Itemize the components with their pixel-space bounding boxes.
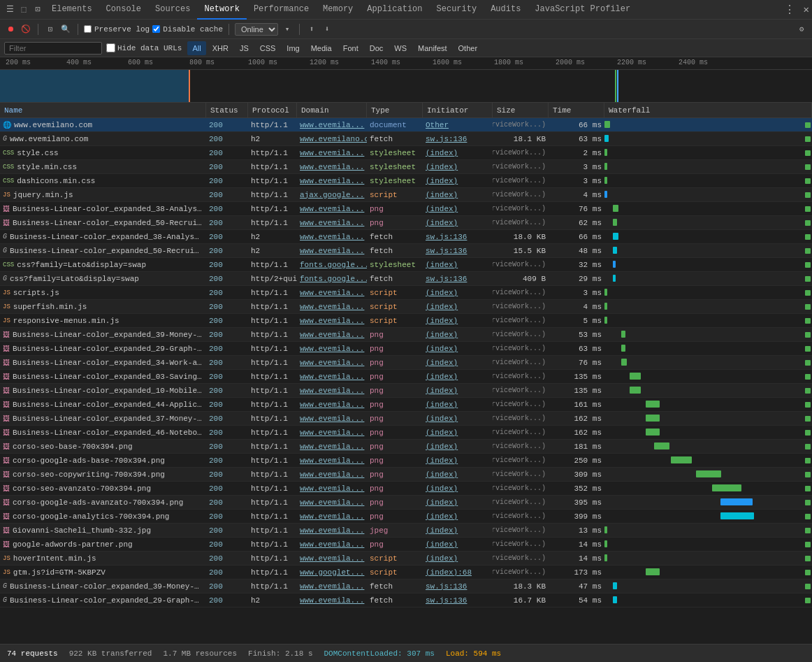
initiator-cell[interactable]: sw.js:136 [423,230,493,243]
search-icon[interactable]: 🔍 [59,23,72,36]
settings-icon[interactable]: ⚙ [795,23,808,36]
domain-cell[interactable]: www.evemila... [297,300,367,313]
initiator-cell[interactable]: (index) [423,482,493,495]
initiator-cell[interactable]: (index) [423,510,493,523]
initiator-cell[interactable]: (index) [423,398,493,411]
table-row[interactable]: 🖼 Business-Linear-color_expanded_44-Appl… [0,398,812,412]
inspect-icon[interactable]: ⬚ [18,4,29,15]
table-row[interactable]: 🖼 corso-seo-base-700x394.png 200 http/1.… [0,440,812,454]
domain-cell[interactable]: www.evemila... [297,510,367,523]
domain-cell[interactable]: www.evemila... [297,370,367,383]
filter-img-btn[interactable]: Img [282,41,304,55]
table-row[interactable]: 🖼 Business-Linear-color_expanded_37-Mone… [0,412,812,426]
tab-application[interactable]: Application [360,0,429,20]
table-row[interactable]: JS gtm.js?id=GTM-5KBPZV 200 http/1.1 www… [0,566,812,580]
table-row[interactable]: G Business-Linear-color_expanded_39-Mone… [0,580,812,593]
table-row[interactable]: 🖼 Giovanni-Sacheli_thumb-332.jpg 200 htt… [0,524,812,538]
device-icon[interactable]: ⊡ [32,4,43,15]
filter-input[interactable] [4,42,102,55]
domain-cell[interactable]: www.evemila... [297,524,367,537]
tab-js-profiler[interactable]: JavaScript Profiler [528,0,637,20]
table-row[interactable]: CSS dashicons.min.css 200 http/1.1 www.e… [0,174,812,188]
initiator-cell[interactable]: (index) [423,342,493,355]
domain-cell[interactable]: www.evemila... [297,146,367,159]
domain-cell[interactable]: www.evemila... [297,580,367,593]
initiator-cell[interactable]: (index) [423,258,493,271]
initiator-cell[interactable]: (index) [423,160,493,173]
domain-cell[interactable]: www.evemila... [297,314,367,327]
filter-css-btn[interactable]: CSS [255,41,281,55]
initiator-cell[interactable]: (index) [423,328,493,341]
close-icon[interactable]: ✕ [804,3,809,15]
table-row[interactable]: JS responsive-menus.min.js 200 http/1.1 … [0,314,812,328]
throttle-down-icon[interactable]: ▾ [281,23,293,36]
domain-cell[interactable]: www.evemila... [297,440,367,453]
table-row[interactable]: 🖼 Business-Linear-color_expanded_34-Work… [0,356,812,370]
initiator-cell[interactable]: (index) [423,412,493,425]
initiator-cell[interactable]: sw.js:136 [423,580,493,593]
th-domain[interactable]: Domain [297,103,367,117]
tab-performance[interactable]: Performance [247,0,316,20]
tab-sources[interactable]: Sources [148,0,197,20]
preserve-log-checkbox[interactable] [84,25,92,33]
table-row[interactable]: 🌐 www.evemilano.com 200 http/1.1 www.eve… [0,118,812,132]
domain-cell[interactable]: www.evemila... [297,342,367,355]
table-row[interactable]: CSS style.min.css 200 http/1.1 www.evemi… [0,160,812,174]
initiator-cell[interactable]: (index) [423,356,493,369]
domain-cell[interactable]: www.evemila... [297,538,367,551]
tab-memory[interactable]: Memory [316,0,360,20]
domain-cell[interactable]: www.evemila... [297,286,367,299]
th-initiator[interactable]: Initiator [423,103,493,117]
domain-cell[interactable]: fonts.google... [297,258,367,271]
initiator-cell[interactable]: sw.js:136 [423,244,493,257]
initiator-cell[interactable]: (index) [423,538,493,551]
domain-cell[interactable]: www.evemila... [297,202,367,215]
th-waterfall[interactable]: Waterfall [604,103,812,117]
tab-console[interactable]: Console [99,0,148,20]
table-row[interactable]: G Business-Linear-color_expanded_50-Recr… [0,244,812,258]
table-row[interactable]: CSS style.css 200 http/1.1 www.evemila..… [0,146,812,160]
th-name[interactable]: Name [0,103,206,117]
initiator-cell[interactable]: (index) [423,300,493,313]
initiator-cell[interactable]: sw.js:136 [423,272,493,285]
domain-cell[interactable]: www.evemila... [297,468,367,481]
record-button[interactable]: ⏺ [4,23,17,36]
table-row[interactable]: 🖼 corso-seo-copywriting-700x394.png 200 … [0,468,812,482]
domain-cell[interactable]: www.evemila... [297,174,367,187]
disable-cache-check[interactable]: Disable cache [152,25,223,34]
tab-security[interactable]: Security [430,0,484,20]
table-row[interactable]: JS scripts.js 200 http/1.1 www.evemila..… [0,286,812,300]
domain-cell[interactable]: ajax.google... [297,188,367,201]
table-row[interactable]: JS superfish.min.js 200 http/1.1 www.eve… [0,300,812,314]
th-time[interactable]: Time [549,103,604,117]
domain-cell[interactable]: fonts.google... [297,272,367,285]
th-size[interactable]: Size [493,103,549,117]
initiator-cell[interactable]: (index) [423,426,493,439]
table-row[interactable]: 🖼 Business-Linear-color_expanded_10-Mobi… [0,384,812,398]
disable-cache-checkbox[interactable] [152,25,160,33]
clear-button[interactable]: 🚫 [20,23,32,36]
table-row[interactable]: G Business-Linear-color_expanded_29-Grap… [0,593,812,607]
initiator-cell[interactable]: (index) [423,524,493,537]
th-protocol[interactable]: Protocol [248,103,297,117]
domain-cell[interactable]: www.evemila... [297,118,367,131]
filter-manifest-btn[interactable]: Manifest [413,41,452,55]
table-row[interactable]: G www.evemilano.com 200 h2 www.evemilano… [0,132,812,146]
initiator-cell[interactable]: (index) [423,384,493,397]
domain-cell[interactable]: www.evemila... [297,244,367,257]
initiator-cell[interactable]: (index) [423,552,493,565]
tab-network[interactable]: Network [197,0,246,20]
import-icon[interactable]: ⬆ [305,23,318,36]
initiator-cell[interactable]: (index):68 [423,566,493,579]
initiator-cell[interactable]: Other [423,118,493,131]
domain-cell[interactable]: www.evemila... [297,552,367,565]
initiator-cell[interactable]: (index) [423,468,493,481]
table-row[interactable]: 🖼 corso-google-ads-base-700x394.png 200 … [0,454,812,468]
filter-xhr-btn[interactable]: XHR [208,41,233,55]
domain-cell[interactable]: www.evemila... [297,426,367,439]
initiator-cell[interactable]: (index) [423,370,493,383]
filter-icon[interactable]: ⊡ [44,23,57,36]
initiator-cell[interactable]: (index) [423,146,493,159]
preserve-log-check[interactable]: Preserve log [84,25,150,34]
initiator-cell[interactable]: sw.js:136 [423,132,493,145]
